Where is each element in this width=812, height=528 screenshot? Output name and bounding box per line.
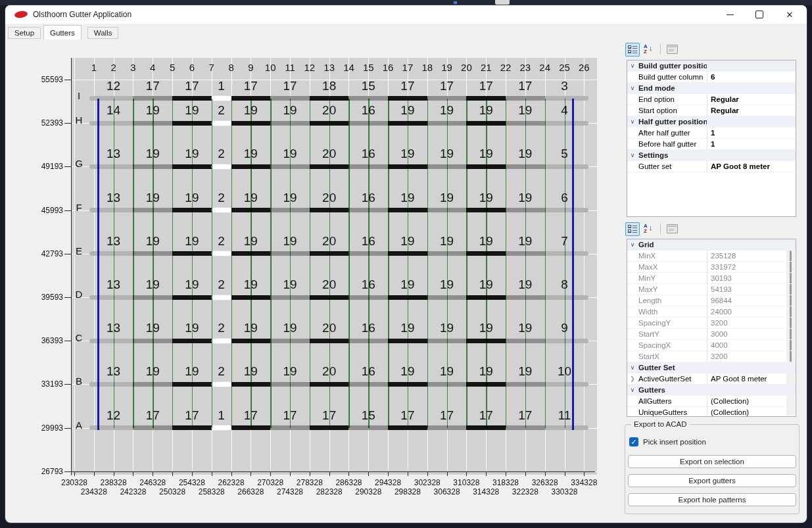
x-axis-tick [486,471,487,476]
property-row[interactable]: ❯ActiveGutterSetAP Goot 8 meter [627,373,796,385]
x-axis-tick [408,471,408,476]
property-value[interactable]: 1 [707,139,796,149]
column-header: 1 [85,62,103,73]
gutter-bar-segment[interactable] [212,295,231,300]
tab-gutters[interactable]: Gutters [43,25,82,39]
property-row[interactable]: SpacingX4000 [627,340,796,351]
property-value[interactable]: (Collection) [707,396,796,406]
background-window-fragment [454,1,457,4]
property-row[interactable]: UniqueGutters(Collection) [627,407,796,417]
close-button[interactable]: ✕ [776,5,803,24]
export-button-export-hole-patterns[interactable]: Export hole patterns [628,493,796,506]
tab-walls[interactable]: Walls [87,27,119,39]
x-axis-label: 242328 [113,487,153,496]
x-axis-label: 322328 [506,487,545,496]
property-row[interactable]: Start optionRegular [627,105,796,116]
property-row[interactable]: MinX235128 [627,251,796,262]
property-row[interactable]: End optionRegular [627,94,796,105]
column-header: 2 [105,62,122,73]
collapse-icon[interactable]: ∨ [627,152,638,158]
gutter-bar-segment[interactable] [212,251,231,256]
property-row[interactable]: AllGutters(Collection) [627,396,796,407]
gutter-bar-segment[interactable] [212,96,231,101]
property-row[interactable]: Width24000 [627,306,796,318]
purlin-line-green [565,99,565,428]
gutter-bar-segment[interactable] [212,164,231,169]
tab-strip: SetupGuttersWalls [5,25,807,39]
gutter-bar-segment[interactable] [212,121,231,126]
purlin-line-green [525,99,526,428]
minimize-button[interactable] [716,5,744,24]
property-row[interactable]: After half gutter1 [627,128,796,139]
gutter-bar-segment[interactable] [212,208,231,212]
property-value[interactable]: AP Goot 8 meter [707,373,796,384]
export-button-export-gutters[interactable]: Export gutters [628,474,796,487]
gutter-bar-cap [579,121,588,126]
x-axis-tick [133,471,133,476]
property-category-row[interactable]: ∨Half gutter position [627,116,796,128]
property-category-row[interactable]: ∨End mode [627,83,796,94]
gutter-bar-segment[interactable] [212,382,231,387]
export-button-export-on-selection[interactable]: Export on selection [628,455,796,468]
y-axis-label: 36393 [28,336,63,345]
gutter-bar-segment[interactable] [212,425,231,430]
property-name: UniqueGutters [638,408,707,416]
purlin-line-green [329,99,330,428]
gutter-bar-segment[interactable] [212,339,231,343]
property-row[interactable]: Length96844 [627,295,796,306]
categorized-icon[interactable]: ++ [625,43,640,57]
property-category-row[interactable]: ∨Grid [627,239,796,251]
expand-icon[interactable]: ❯ [627,375,638,382]
building-edge-line-blue [572,99,574,430]
property-category-row[interactable]: ∨Build gutter position [627,60,796,72]
gutter-number: 17 [277,79,303,93]
column-header: 12 [301,62,318,73]
purlin-line-green [545,99,546,428]
collapse-icon[interactable]: ∨ [627,387,638,393]
property-value[interactable]: (Collection) [707,407,796,417]
property-category-row[interactable]: ∨Settings [627,150,796,161]
property-row[interactable]: SpacingY3200 [627,318,796,329]
property-category-row[interactable]: ∨Gutter Set [627,362,796,373]
property-row[interactable]: Before half gutter1 [627,139,796,150]
sort-alphabetical-icon[interactable]: AZ↓ [642,222,656,236]
property-value[interactable]: AP Goot 8 meter [707,161,796,172]
x-axis-tick [192,471,193,476]
purlin-line-green [447,99,448,428]
maximize-button[interactable] [746,5,773,24]
collapse-icon[interactable]: ∨ [627,62,638,69]
collapse-icon[interactable]: ∨ [627,241,638,248]
x-axis-label: 254328 [172,478,212,487]
property-value[interactable]: Regular [707,105,796,116]
purlin-line-green [172,99,173,428]
property-row[interactable]: StartY3000 [627,329,796,340]
property-name: Width [638,308,707,316]
pick-insert-position-label: Pick insert position [643,438,706,446]
property-toolbar-top: ++ AZ↓ [625,41,803,57]
collapse-icon[interactable]: ∨ [627,364,638,371]
export-group-label: Export to ACAD [631,420,690,428]
x-axis-tick [153,471,153,476]
property-row[interactable]: StartX3200 [627,351,796,362]
column-header: 25 [556,62,573,73]
column-header: 9 [242,62,259,73]
gutter-bar-cap [579,208,588,212]
property-row[interactable]: MaxY54193 [627,284,796,295]
pick-insert-position-checkbox[interactable]: ✓ [629,437,638,446]
x-axis-label: 318328 [486,478,525,487]
property-category-row[interactable]: ∨Gutters [627,385,796,396]
property-value[interactable]: 1 [707,128,796,138]
property-row[interactable]: Gutter setAP Goot 8 meter [627,161,796,172]
collapse-icon[interactable]: ∨ [627,85,638,91]
property-value[interactable]: Regular [707,94,796,105]
property-row[interactable]: Build gutter column6 [627,72,796,83]
property-value[interactable]: 6 [707,72,796,82]
property-row[interactable]: MaxX331972 [627,262,796,273]
collapse-icon[interactable]: ∨ [627,118,638,125]
sort-alphabetical-icon[interactable]: AZ↓ [642,43,656,57]
categorized-icon[interactable]: ++ [625,222,640,236]
purlin-line-green [153,99,153,428]
property-row[interactable]: MinY30193 [627,273,796,284]
x-axis-tick [368,471,369,476]
tab-setup[interactable]: Setup [8,27,41,39]
